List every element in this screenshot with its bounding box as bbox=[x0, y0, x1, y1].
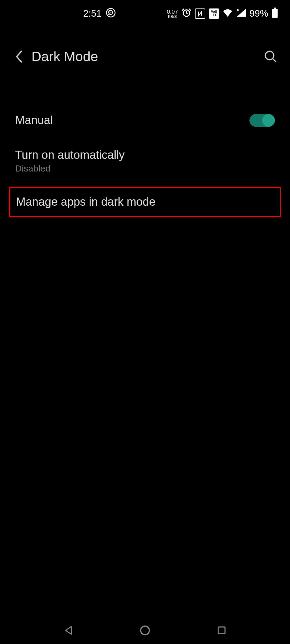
setting-manual-text: Manual bbox=[15, 114, 53, 127]
settings-content: Manual Turn on automatically Disabled Ma… bbox=[0, 86, 290, 217]
svg-rect-6 bbox=[218, 627, 225, 634]
status-bar: 2:51 0.07 KB/S Vo bbox=[0, 0, 290, 27]
battery-percentage: 99% bbox=[249, 8, 268, 19]
setting-manage-label: Manage apps in dark mode bbox=[16, 195, 156, 208]
setting-manual[interactable]: Manual bbox=[0, 103, 290, 138]
setting-auto-label: Turn on automatically bbox=[15, 149, 125, 162]
network-speed-value: 0.07 bbox=[167, 9, 178, 15]
nfc-icon bbox=[195, 8, 205, 19]
setting-manual-label: Manual bbox=[15, 114, 53, 127]
nav-home-button[interactable] bbox=[138, 624, 152, 637]
page-header: Dark Mode bbox=[0, 27, 290, 86]
setting-auto[interactable]: Turn on automatically Disabled bbox=[0, 138, 290, 185]
circle-home-icon bbox=[139, 625, 151, 636]
setting-manage[interactable]: Manage apps in dark mode bbox=[16, 195, 274, 208]
setting-manage-highlight: Manage apps in dark mode bbox=[9, 187, 281, 217]
alarm-icon bbox=[182, 8, 191, 20]
status-clock: 2:51 bbox=[83, 8, 101, 19]
nav-recent-button[interactable] bbox=[215, 624, 228, 637]
square-recent-icon bbox=[216, 625, 227, 636]
wifi-icon bbox=[223, 8, 232, 19]
triangle-back-icon bbox=[63, 625, 74, 636]
search-button[interactable] bbox=[264, 50, 277, 64]
search-icon bbox=[264, 50, 277, 63]
back-button[interactable] bbox=[13, 50, 25, 63]
svg-point-5 bbox=[141, 626, 150, 635]
chevron-left-icon bbox=[15, 50, 23, 63]
svg-rect-2 bbox=[274, 8, 276, 9]
nav-back-button[interactable] bbox=[62, 624, 75, 637]
status-right: 0.07 KB/S Vo)) LTE bbox=[167, 8, 278, 20]
status-left: 2:51 bbox=[83, 8, 116, 20]
manual-toggle[interactable] bbox=[249, 114, 275, 127]
network-speed-indicator: 0.07 KB/S bbox=[167, 9, 178, 18]
cellular-signal-icon: x bbox=[236, 8, 246, 19]
network-speed-unit: KB/S bbox=[168, 15, 177, 18]
volte-icon: Vo)) LTE bbox=[209, 8, 219, 19]
setting-auto-text: Turn on automatically Disabled bbox=[15, 149, 125, 174]
page-title: Dark Mode bbox=[31, 49, 264, 64]
setting-auto-sub: Disabled bbox=[15, 163, 125, 174]
svg-rect-3 bbox=[272, 8, 278, 18]
toggle-knob bbox=[262, 114, 275, 127]
battery-icon bbox=[272, 8, 278, 20]
whatsapp-icon bbox=[106, 8, 116, 20]
system-nav-bar bbox=[0, 617, 290, 644]
